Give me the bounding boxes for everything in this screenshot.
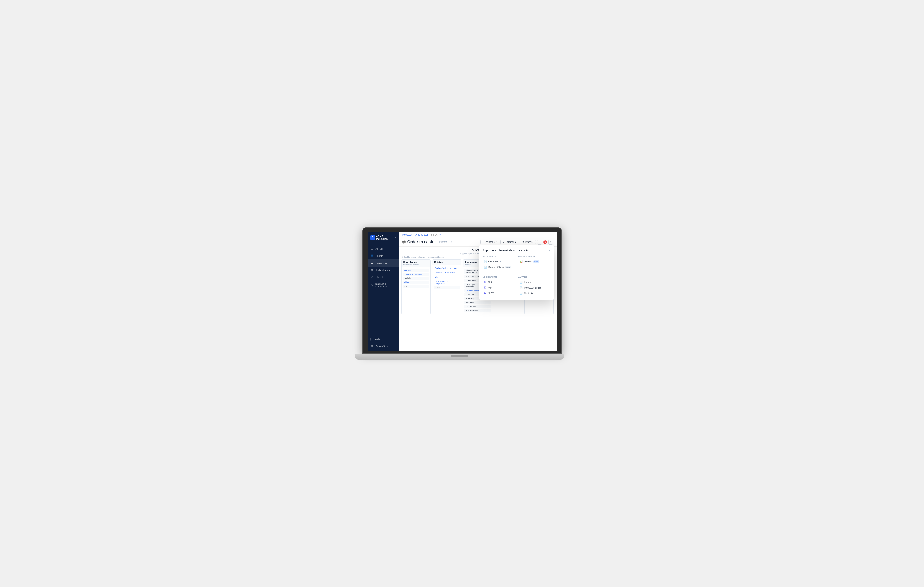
risk-icon: ⚠	[370, 284, 373, 287]
logigramme-section-title: LOGIGRAMME	[482, 276, 515, 278]
library-icon: ⊕	[370, 275, 374, 279]
breadcrumb-processus[interactable]: Processus	[402, 234, 412, 236]
laptop-notch	[450, 355, 468, 358]
sidebar-item-label: Accueil	[376, 247, 383, 250]
affichage-chevron: ▾	[496, 241, 497, 243]
list-item[interactable]: Facture Commerciale	[434, 271, 460, 275]
settings-icon: ⚙	[370, 345, 374, 348]
sipoc-col-fournisseur: Fournisseur Source des entrées entrepot …	[401, 259, 431, 315]
affichage-icon: ☰	[483, 241, 485, 243]
modal-documents-section: DOCUMENTS 📄 Procédure ▾ 📄 Rapport détail…	[482, 255, 515, 270]
sidebar-item-label: People	[376, 255, 383, 257]
more-button[interactable]: ...	[537, 240, 542, 245]
doc-icon: 📄	[520, 286, 523, 289]
laptop-wrapper: A ACME Industries ‹ ⊞ Accueil 👤 People	[362, 227, 562, 360]
sidebar-item-librairie[interactable]: ⊕ Librairie	[368, 274, 399, 281]
breadcrumb-sipoc: SIPOC	[431, 234, 438, 236]
sipoc-header-fournisseur: Fournisseur Source des entrées	[402, 260, 431, 267]
sidebar-item-technologies[interactable]: ⚙ Technologies	[368, 267, 399, 274]
doc-icon: 📄	[484, 260, 487, 263]
sipoc-col-entrees: Entrées Ordre d'achat du client Facture …	[432, 259, 462, 315]
sidebar-item-parametres[interactable]: ⚙ Paramètres	[368, 343, 399, 350]
modal-close-button[interactable]: ×	[549, 249, 551, 252]
sidebar-item-processus[interactable]: ⇄ Processus	[368, 259, 399, 267]
app-name: ACME Industries	[376, 235, 394, 240]
header-actions: ☰ Affichage ▾ ↗ Partager ▾ ⬆ Exporter	[480, 240, 553, 245]
autres-section-title: AUTRES	[518, 276, 551, 278]
laptop-screen: A ACME Industries ‹ ⊞ Accueil 👤 People	[368, 232, 556, 351]
sidebar-item-label: Processus	[376, 262, 387, 264]
export-etapes-option[interactable]: 📄 Étapes	[518, 280, 551, 285]
breadcrumb: Processus › Order to cash › SIPOC ✎	[399, 232, 556, 238]
sidebar-item-label: Aide	[375, 338, 380, 341]
laptop-bezel: A ACME Industries ‹ ⊞ Accueil 👤 People	[362, 227, 562, 354]
list-item[interactable]: Filiale	[403, 280, 429, 284]
list-item[interactable]: BL	[434, 275, 460, 279]
sipoc-header-entrees: Entrées	[432, 260, 461, 265]
home-icon: ⊞	[370, 247, 374, 251]
notification-badge[interactable]: 1	[543, 241, 547, 244]
chevron-down-icon: ▾	[500, 261, 502, 262]
sidebar-item-aide[interactable]: ? Aide	[368, 336, 399, 343]
sipoc-body-entrees: Ordre d'achat du client Facture Commerci…	[432, 265, 461, 291]
export-general-option[interactable]: 📊 Général beta	[518, 259, 551, 264]
help-button[interactable]: ?	[548, 240, 553, 245]
image-icon: 🖼	[484, 286, 486, 289]
list-item: Facturation	[464, 305, 491, 308]
breadcrumb-order-to-cash[interactable]: Order to cash	[415, 234, 429, 236]
sidebar: A ACME Industries ‹ ⊞ Accueil 👤 People	[368, 232, 399, 351]
process-icon: ⇄	[370, 261, 374, 265]
list-item: sdfsdf	[434, 286, 460, 289]
modal-title: Exporter au format de votre choix	[482, 249, 529, 252]
list-item[interactable]: Bordereau de préparation	[434, 279, 460, 285]
page-type: PROCESS	[439, 241, 452, 244]
sidebar-item-label: Technologies	[376, 269, 390, 271]
sidebar-item-risques[interactable]: ⚠ Risques & Conformité	[368, 281, 399, 290]
export-rapport-option[interactable]: 📄 Rapport détaillé beta	[482, 265, 515, 269]
presentation-section-title: PRÉSENTATION	[518, 255, 551, 257]
image-icon: 🖼	[484, 292, 486, 294]
export-bpmn-option[interactable]: 🖼 .bpmn	[482, 290, 515, 295]
modal-presentation-section: PRÉSENTATION 📊 Général beta	[518, 255, 551, 270]
main-content: Processus › Order to cash › SIPOC ✎ ⇄ Or…	[399, 232, 556, 351]
modal-logigramme-section: LOGIGRAMME 🖼 .png ▾ 🖼 .svg	[482, 276, 515, 297]
exporter-button[interactable]: ⬆ Exporter	[520, 240, 536, 244]
modal-autres-section: AUTRES 📄 Étapes 📄 Processus (.lm8) 📄	[518, 276, 551, 297]
list-item[interactable]: entrepot	[403, 269, 429, 272]
tech-icon: ⚙	[370, 268, 374, 272]
export-png-option[interactable]: 🖼 .png ▾	[482, 280, 515, 284]
sidebar-footer: ? Aide ⚙ Paramètres	[368, 334, 399, 351]
beta-badge-blue: beta	[533, 261, 539, 263]
export-icon: ⬆	[522, 241, 524, 243]
sidebar-item-label: Paramètres	[376, 345, 388, 348]
image-icon: 🖼	[484, 281, 486, 284]
share-icon: ↗	[503, 241, 505, 243]
people-icon: 👤	[370, 254, 374, 258]
export-contacts-option[interactable]: 📄 Contacts	[518, 291, 551, 295]
contacts-icon: 📄	[520, 292, 523, 295]
sipoc-body-fournisseur: entrepot Compta Fournisseur lambda Filia…	[402, 267, 431, 290]
list-item[interactable]: Ordre d'achat du client	[434, 267, 460, 270]
list-item: Encaissement	[464, 309, 491, 312]
export-processus-lm8-option[interactable]: 📄 Processus (.lm8)	[518, 285, 551, 290]
modal-header: Exporter au format de votre choix ×	[482, 249, 551, 252]
breadcrumb-edit-icon[interactable]: ✎	[439, 234, 441, 236]
sidebar-collapse-btn[interactable]: ‹	[395, 236, 396, 239]
partager-button[interactable]: ↗ Partager ▾	[500, 240, 518, 244]
sidebar-item-accueil[interactable]: ⊞ Accueil	[368, 245, 399, 252]
affichage-button[interactable]: ☰ Affichage ▾	[480, 240, 499, 244]
export-procedure-option[interactable]: 📄 Procédure ▾	[482, 259, 515, 264]
documents-section-title: DOCUMENTS	[482, 255, 515, 257]
sidebar-logo[interactable]: A ACME Industries ‹	[368, 232, 399, 244]
chart-icon: 📊	[520, 260, 523, 263]
sidebar-item-people[interactable]: 👤 People	[368, 252, 399, 259]
page-title: Order to cash	[408, 240, 433, 244]
export-modal: Exporter au format de votre choix × DOCU…	[479, 245, 554, 300]
partager-chevron: ▾	[515, 241, 516, 243]
breadcrumb-sep2: ›	[429, 234, 430, 236]
sidebar-nav: ⊞ Accueil 👤 People ⇄ Processus ⚙ Technol…	[368, 244, 399, 334]
help-icon: ?	[370, 338, 373, 341]
page-title-block: ⇄ Order to cash	[402, 240, 433, 245]
list-item[interactable]: Compta Fournisseur	[403, 272, 429, 276]
export-svg-option[interactable]: 🖼 .svg	[482, 285, 515, 290]
